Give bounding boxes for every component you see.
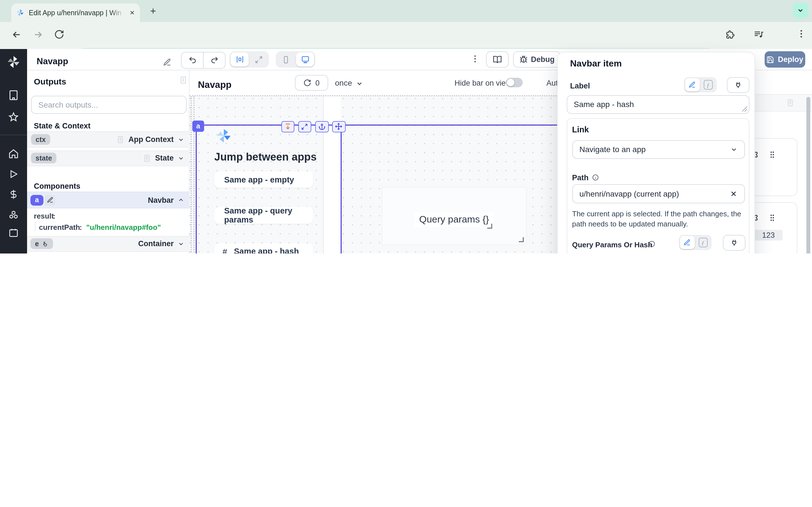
component-id: a [196,122,200,130]
chevron-up-icon[interactable] [177,196,185,203]
hide-bar-toggle[interactable] [506,77,523,87]
back-icon[interactable] [11,29,22,40]
popover-title: Navbar item [570,59,622,69]
query-label: Query Params Or Hash [572,240,652,249]
info-icon[interactable] [648,240,655,247]
monitor-icon [301,55,309,64]
save-icon [767,55,774,63]
link-section-card: Link Navigate to an app Path u/henri/nav… [566,118,749,253]
device-mode-group [276,51,315,68]
chevron-down-icon[interactable] [177,155,185,161]
browser-tab[interactable]: Edit App u/henri/navapp | Win [11,3,140,22]
apps-building-icon[interactable] [8,90,19,101]
anchor-icon [319,123,325,130]
book-open-icon [493,55,502,64]
runs-play-icon[interactable] [8,169,18,179]
search-placeholder: Search outputs... [38,100,98,109]
debug-button[interactable]: Debug [513,51,560,68]
chevron-down-icon[interactable] [177,240,185,247]
resize-corner[interactable] [487,223,492,228]
nav-item-same-app-hash[interactable]: # Same app - hash [214,243,313,253]
new-tab-icon[interactable] [149,7,157,15]
smartphone-icon [282,55,290,63]
row-doc-icon [143,154,151,162]
expand-down-button[interactable] [281,121,294,132]
info-icon[interactable] [592,174,599,181]
path-input[interactable]: u/henri/navapp (current app) [572,184,745,203]
hand-pointer-icon [42,240,49,247]
extensions-puzzle-icon[interactable] [725,29,735,40]
link-kind-value: Navigate to an app [579,145,646,154]
run-mode-select[interactable]: once [335,78,352,87]
path-help-line2: path needs to be updated manually. [572,220,688,228]
undo-button[interactable] [182,52,204,68]
chevron-down-icon[interactable] [177,136,185,143]
refresh-count-button[interactable]: 0 [295,75,328,91]
variables-dollar-icon[interactable] [8,189,18,200]
label-connect-button[interactable] [726,77,749,93]
fullscreen-layout-button[interactable] [250,52,268,66]
query-params-box[interactable]: Query params {} [382,187,527,245]
left-resize-gutter[interactable] [191,96,195,253]
card-grip-icon[interactable] [768,214,776,222]
query-connect-button[interactable] [723,235,745,251]
tab-search-button[interactable] [793,3,808,18]
output-row-ctx[interactable]: ctx App Context [27,131,190,148]
docs-button[interactable] [486,51,509,68]
settings-doc-icon[interactable] [786,98,794,107]
static-mode-button[interactable] [685,78,700,91]
card-grip-icon[interactable] [768,150,776,159]
chevron-down-icon[interactable] [356,80,363,87]
output-row-state[interactable]: state State [27,150,190,166]
tab-close-icon[interactable] [129,10,135,16]
label-input[interactable]: Same app - hash [566,95,749,114]
component-id-badge[interactable]: a [192,120,204,131]
resize-corner[interactable] [519,237,524,242]
reload-icon[interactable] [54,29,64,39]
move-button[interactable] [332,121,345,132]
code-mode-button[interactable]: ƒ [701,78,716,91]
nav-item-query-params[interactable]: Same app - query params [214,207,313,223]
mobile-view-button[interactable] [277,52,295,66]
deploy-button[interactable]: Deploy [765,51,805,68]
topbar-kebab-icon[interactable] [470,54,480,63]
selection-left-line [196,124,197,253]
clear-x-icon[interactable] [729,190,737,198]
anchor-button[interactable] [315,121,328,132]
desktop-view-button[interactable] [296,52,314,66]
panel-scrollbar[interactable] [806,97,810,253]
redo-button[interactable] [204,52,225,68]
centered-layout-button[interactable] [231,52,249,66]
colon: : [80,223,82,231]
pencil-icon [689,81,696,89]
forward-icon[interactable] [33,29,43,40]
resources-boxes-icon[interactable] [8,210,19,220]
centered-layout-icon [236,55,244,64]
link-kind-select[interactable]: Navigate to an app [572,140,745,159]
refresh-count: 0 [315,78,319,87]
outputs-doc-icon[interactable] [179,75,187,84]
navbar-column-divider [323,96,323,253]
e-letter: e [35,240,39,248]
home-icon[interactable] [8,149,19,159]
maximize-icon [301,123,308,130]
workspace-sidebar [0,49,27,253]
component-row-e[interactable]: e Container [27,236,190,252]
favorites-star-icon[interactable] [8,112,19,122]
static-mode-button[interactable] [680,236,695,249]
redo-icon [210,56,218,64]
media-queue-icon[interactable] [753,29,764,40]
search-outputs-input[interactable]: Search outputs... [31,96,187,114]
schedules-calendar-icon[interactable] [8,228,18,238]
browser-menu-kebab-icon[interactable] [796,29,806,39]
code-mode-button[interactable]: ƒ [696,236,710,249]
component-row-navbar[interactable]: a Navbar [27,191,190,209]
navbar-item-popover: Navbar item Label ƒ Same app - hash Link… [557,52,755,253]
nav-item-same-app-empty[interactable]: Same app - empty [214,171,313,187]
fullsize-button[interactable] [298,121,311,132]
rename-pencil-chip[interactable] [45,194,55,205]
e-type: Container [138,240,174,248]
textarea-resize-grip[interactable] [742,107,747,112]
edit-title-pencil-icon[interactable] [163,58,171,66]
windmill-logo[interactable] [6,54,21,69]
